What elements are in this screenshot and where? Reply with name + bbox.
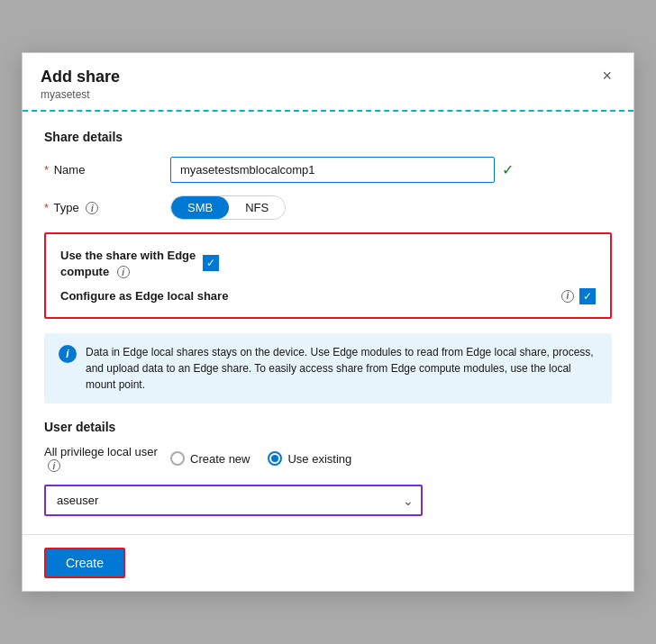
use-existing-radio-circle[interactable] [268, 451, 282, 466]
type-required-asterisk: * [44, 201, 49, 214]
name-label: * Name [44, 163, 170, 177]
info-banner-icon: i [59, 345, 77, 363]
edge-local-checkbox[interactable]: ✓ [579, 288, 596, 304]
edge-local-label: Configure as Edge local share [60, 289, 558, 303]
name-row: * Name ✓ [44, 157, 612, 183]
create-new-radio-label[interactable]: Create new [170, 451, 250, 466]
edge-compute-info-icon: i [117, 266, 130, 278]
edge-local-row: Configure as Edge local share i ✓ [60, 288, 596, 304]
name-input[interactable] [170, 157, 495, 183]
info-banner-text: Data in Edge local shares stays on the d… [86, 344, 597, 393]
privilege-info-icon: i [48, 459, 60, 472]
edge-local-info-icon: i [561, 290, 574, 303]
modal-title: Add share [41, 68, 120, 86]
modal-subtitle: myasetest [41, 88, 120, 101]
type-row: * Type i SMB NFS [44, 195, 612, 220]
modal-header: Add share myasetest × [23, 53, 633, 112]
edge-compute-row: Use the share with Edgecompute i ✓ [60, 247, 596, 279]
nfs-toggle-button[interactable]: NFS [229, 196, 285, 219]
add-share-modal: Add share myasetest × Share details * Na… [22, 52, 634, 593]
type-toggle-group: SMB NFS [170, 195, 286, 220]
user-dropdown-wrapper: aseuser ⌄ [44, 485, 423, 516]
edge-compute-section: Use the share with Edgecompute i ✓ Confi… [44, 232, 612, 319]
modal-body: Share details * Name ✓ * Type i SMB [23, 112, 633, 535]
radio-group: Create new Use existing [170, 451, 351, 466]
share-details-title: Share details [44, 130, 612, 144]
type-info-icon: i [86, 202, 98, 214]
privilege-row: All privilege local user i Create new Us… [44, 445, 612, 473]
use-existing-radio-text: Use existing [287, 452, 351, 466]
privilege-label: All privilege local user i [44, 445, 170, 473]
user-details-title: User details [44, 420, 612, 434]
modal-title-group: Add share myasetest [41, 68, 120, 101]
modal-footer: Create [23, 534, 633, 591]
use-existing-radio-label[interactable]: Use existing [268, 451, 351, 466]
edge-compute-check-mark: ✓ [206, 258, 215, 268]
create-new-radio-circle[interactable] [170, 451, 185, 466]
user-dropdown[interactable]: aseuser [44, 485, 423, 516]
edge-local-check-mark: ✓ [583, 291, 592, 302]
valid-checkmark-icon: ✓ [502, 161, 514, 178]
type-label: * Type i [44, 201, 170, 215]
edge-compute-label-group: Use the share with Edgecompute i [60, 247, 196, 279]
smb-toggle-button[interactable]: SMB [171, 196, 229, 219]
edge-compute-checkbox[interactable]: ✓ [203, 255, 219, 271]
required-asterisk: * [44, 163, 49, 177]
create-new-radio-text: Create new [190, 452, 250, 466]
info-banner: i Data in Edge local shares stays on the… [44, 333, 612, 404]
close-button[interactable]: × [598, 68, 615, 84]
create-button[interactable]: Create [44, 548, 125, 578]
